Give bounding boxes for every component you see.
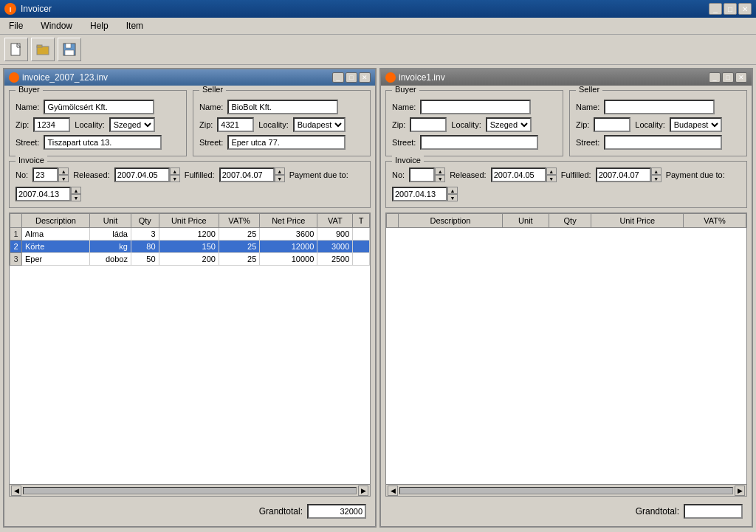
- fulfilled-up-1[interactable]: ▲: [275, 167, 285, 175]
- menu-window[interactable]: Window: [35, 19, 78, 32]
- cell-t[interactable]: [353, 228, 370, 241]
- cell-net-price[interactable]: 12000: [260, 241, 317, 253]
- svg-rect-4: [37, 45, 42, 47]
- released-up-1[interactable]: ▲: [170, 167, 180, 175]
- invoice-2-title-bar: invoice1.inv _ □ ✕: [381, 69, 752, 86]
- buyer-locality-select-2[interactable]: Szeged: [486, 117, 532, 132]
- buyer-street-input-2[interactable]: [420, 135, 538, 150]
- payment-due-up-1[interactable]: ▲: [71, 187, 81, 194]
- inv2-minimize[interactable]: _: [709, 72, 721, 83]
- open-button[interactable]: [31, 38, 55, 61]
- released-down-2[interactable]: ▼: [546, 175, 557, 182]
- invoice-window-1: invoice_2007_123.inv _ □ ✕ Buyer Name:: [3, 68, 377, 528]
- inv1-close[interactable]: ✕: [359, 72, 371, 83]
- fulfilled-down-2[interactable]: ▼: [651, 175, 662, 182]
- save-button[interactable]: [58, 38, 81, 61]
- inv1-minimize[interactable]: _: [332, 72, 344, 83]
- scroll-left-2[interactable]: ◀: [388, 486, 398, 496]
- cell-unit-price[interactable]: 200: [159, 253, 219, 266]
- fulfilled-down-1[interactable]: ▼: [275, 175, 285, 182]
- released-down-1[interactable]: ▼: [170, 175, 180, 182]
- scroll-track-2[interactable]: [399, 487, 733, 494]
- cell-vat-pct[interactable]: 25: [219, 228, 259, 241]
- seller-street-input-2[interactable]: [604, 135, 722, 150]
- cell-qty[interactable]: 50: [131, 253, 159, 266]
- payment-due-input-2[interactable]: [392, 187, 447, 201]
- scroll-right-1[interactable]: ▶: [358, 486, 368, 496]
- cell-qty[interactable]: 3: [131, 228, 159, 241]
- menu-item[interactable]: Item: [120, 19, 149, 32]
- payment-due-down-1[interactable]: ▼: [71, 194, 81, 201]
- cell-vat[interactable]: 3000: [317, 241, 353, 253]
- new-button[interactable]: [4, 38, 28, 61]
- payment-due-input-1[interactable]: [16, 187, 71, 201]
- row-num: 2: [10, 241, 22, 253]
- inv2-maximize[interactable]: □: [722, 72, 734, 83]
- seller-street-input-1[interactable]: [227, 135, 346, 150]
- buyer-name-input-2[interactable]: [420, 100, 531, 114]
- cell-qty[interactable]: 80: [131, 241, 159, 253]
- cell-vat-pct[interactable]: 25: [219, 253, 259, 266]
- invoice-no-input-2[interactable]: [409, 167, 435, 182]
- cell-unit[interactable]: kg: [89, 241, 131, 253]
- cell-description[interactable]: Körte: [22, 241, 90, 253]
- buyer-zip-label-2: Zip:: [392, 120, 405, 129]
- close-button[interactable]: ✕: [738, 3, 752, 15]
- cell-vat[interactable]: 2500: [317, 253, 353, 266]
- cell-t[interactable]: [353, 253, 370, 266]
- released-input-1[interactable]: [114, 167, 170, 182]
- menu-file[interactable]: File: [3, 19, 29, 32]
- grandtotal-input-2[interactable]: [684, 504, 743, 519]
- invoice-no-down-1[interactable]: ▼: [58, 175, 69, 182]
- cell-net-price[interactable]: 10000: [260, 253, 317, 266]
- cell-description[interactable]: Eper: [22, 253, 90, 266]
- inv2-close[interactable]: ✕: [735, 72, 747, 83]
- scroll-track-1[interactable]: [23, 487, 357, 494]
- fulfilled-input-2[interactable]: [596, 167, 651, 182]
- invoice-no-down-2[interactable]: ▼: [435, 175, 445, 182]
- cell-description[interactable]: Alma: [22, 228, 90, 241]
- grandtotal-input-1[interactable]: [307, 504, 366, 519]
- seller-locality-select-1[interactable]: Budapest: [293, 117, 346, 132]
- seller-zip-input-1[interactable]: [217, 117, 254, 132]
- buyer-locality-select-1[interactable]: Szeged: [109, 117, 155, 132]
- released-up-2[interactable]: ▲: [546, 167, 557, 175]
- cell-net-price[interactable]: 3600: [260, 228, 317, 241]
- seller-name-input-2[interactable]: [604, 100, 715, 114]
- col-net-price-1: Net Price: [260, 214, 317, 228]
- menu-help[interactable]: Help: [84, 19, 114, 32]
- cell-unit-price[interactable]: 1200: [159, 228, 219, 241]
- fulfilled-up-2[interactable]: ▲: [651, 167, 662, 175]
- table-row[interactable]: 2 Körte kg 80 150 25 12000 3000: [10, 241, 370, 253]
- maximize-button[interactable]: □: [724, 3, 737, 15]
- seller-zip-input-2[interactable]: [594, 117, 630, 132]
- table-row[interactable]: 3 Eper doboz 50 200 25 10000 2500: [10, 253, 370, 266]
- released-input-2[interactable]: [491, 167, 546, 182]
- invoice-no-label-2: No:: [392, 170, 405, 179]
- buyer-zip-input-2[interactable]: [410, 117, 447, 132]
- buyer-name-input-1[interactable]: [44, 100, 154, 114]
- payment-due-down-2[interactable]: ▼: [447, 194, 458, 201]
- invoice-no-input-1[interactable]: [32, 167, 58, 182]
- buyer-street-input-1[interactable]: [44, 135, 162, 150]
- seller-name-input-1[interactable]: [227, 100, 338, 114]
- invoice-no-up-2[interactable]: ▲: [435, 167, 445, 175]
- buyer-zip-input-1[interactable]: [33, 117, 70, 132]
- inv1-maximize[interactable]: □: [346, 72, 357, 83]
- minimize-button[interactable]: _: [709, 3, 722, 15]
- scroll-right-2[interactable]: ▶: [735, 486, 745, 496]
- cell-unit[interactable]: láda: [89, 228, 131, 241]
- cell-unit-price[interactable]: 150: [159, 241, 219, 253]
- row-num: 3: [10, 253, 22, 266]
- invoice-no-up-1[interactable]: ▲: [58, 167, 69, 175]
- cell-t[interactable]: [353, 241, 370, 253]
- scroll-left-1[interactable]: ◀: [11, 486, 21, 496]
- col-unit-price-1: Unit Price: [159, 214, 219, 228]
- seller-locality-select-2[interactable]: Budapest: [670, 117, 722, 132]
- fulfilled-input-1[interactable]: [219, 167, 275, 182]
- cell-unit[interactable]: doboz: [89, 253, 131, 266]
- payment-due-up-2[interactable]: ▲: [447, 187, 458, 194]
- cell-vat[interactable]: 900: [317, 228, 353, 241]
- table-row[interactable]: 1 Alma láda 3 1200 25 3600 900: [10, 228, 370, 241]
- cell-vat-pct[interactable]: 25: [219, 241, 259, 253]
